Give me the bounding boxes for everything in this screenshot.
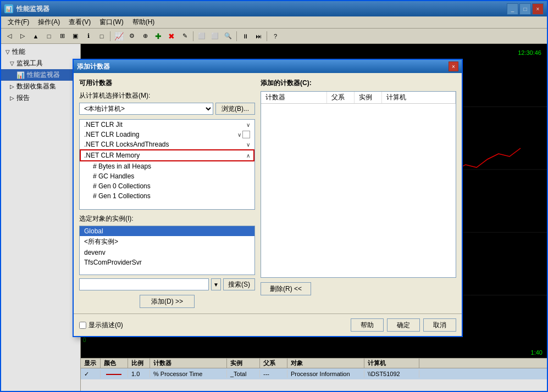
counter-jit-label: .NET CLR Jit [84,121,123,128]
dialog-right-panel: 添加的计数器(C): 计数器 父系 实例 计算机 删除(R) << [261,79,456,308]
counter-item-locks[interactable]: .NET CLR LocksAndThreads ∨ [80,139,254,149]
show-desc-row: 显示描述(0) [79,321,123,330]
dialog-overlay: 添加计数器 × 可用计数器 从计算机选择计数器(M): <本地计算机> 浏览(B… [1,1,547,391]
added-counters-table: 计数器 父系 实例 计算机 [261,91,456,278]
counter-gen1-label: # Gen 1 Collections [93,192,151,200]
show-desc-label: 显示描述(0) [88,321,123,330]
counter-list[interactable]: .NET CLR Jit ∨ .NET CLR Loading ∨ [79,119,255,210]
instance-devenv[interactable]: devenv [80,248,254,257]
delete-button[interactable]: 删除(R) << [261,282,311,295]
counter-locks-arrow: ∨ [246,142,250,148]
counter-item-memory[interactable]: .NET CLR Memory ∧ [80,149,254,161]
counter-jit-arrow: ∨ [246,122,250,128]
delete-btn-row: 删除(R) << [261,282,456,295]
dialog-footer: 显示描述(0) 帮助 确定 取消 [74,313,462,336]
dialog-title: 添加计数器 [77,62,110,71]
computer-select-row: <本地计算机> 浏览(B)... [79,103,255,115]
counter-item-jit[interactable]: .NET CLR Jit ∨ [80,120,254,130]
counter-gc-label: # GC Handles [93,172,134,180]
added-counters-title: 添加的计数器(C): [261,79,456,88]
counter-item-gc-handles[interactable]: # GC Handles [80,171,254,181]
counter-loading-expand-icon [242,131,250,138]
counter-loading-label: .NET CLR Loading [84,131,140,138]
search-input[interactable] [79,278,209,290]
cancel-button[interactable]: 取消 [423,318,456,332]
added-col-counter: 计数器 [261,92,327,103]
dialog-left-panel: 可用计数器 从计算机选择计数器(M): <本地计算机> 浏览(B)... .NE… [79,79,255,308]
instance-global[interactable]: Global [80,226,254,236]
counter-memory-label: .NET CLR Memory [84,152,140,159]
dialog-close-btn[interactable]: × [449,61,458,71]
show-desc-checkbox[interactable] [79,322,86,329]
counter-item-loading[interactable]: .NET CLR Loading ∨ [80,130,254,139]
counter-item-bytes[interactable]: # Bytes in all Heaps [80,161,254,171]
counter-loading-arrow: ∨ [237,132,241,138]
counter-gen0-label: # Gen 0 Collections [93,182,151,190]
select-from-label: 从计算机选择计数器(M): [79,91,255,100]
help-button[interactable]: 帮助 [351,318,384,332]
add-btn-row: 添加(D) >> [79,295,255,308]
added-col-computer: 计算机 [382,92,456,103]
instance-list[interactable]: Global <所有实例> devenv TfsComProviderSvr [79,226,255,275]
counter-item-gen0[interactable]: # Gen 0 Collections [80,181,254,191]
dialog-content: 可用计数器 从计算机选择计数器(M): <本地计算机> 浏览(B)... .NE… [74,73,462,313]
add-button[interactable]: 添加(D) >> [140,295,195,308]
counter-item-gen1[interactable]: # Gen 1 Collections [80,191,254,201]
footer-buttons: 帮助 确定 取消 [351,318,456,332]
instance-tfs[interactable]: TfsComProviderSvr [80,257,254,267]
main-window: 📊 性能监视器 _ □ × 文件(F) 操作(A) 查看(V) 窗口(W) 帮助… [0,0,548,392]
browse-button[interactable]: 浏览(B)... [215,103,255,115]
available-counters-title: 可用计数器 [79,79,255,88]
search-button[interactable]: 搜索(S) [223,278,255,290]
counter-bytes-label: # Bytes in all Heaps [93,163,151,170]
computer-dropdown[interactable]: <本地计算机> [79,103,213,115]
instance-all[interactable]: <所有实例> [80,236,254,248]
instance-label: 选定对象的实例(I): [79,214,255,223]
add-counter-dialog: 添加计数器 × 可用计数器 从计算机选择计数器(M): <本地计算机> 浏览(B… [73,59,463,337]
dialog-title-bar: 添加计数器 × [74,60,462,73]
ok-button[interactable]: 确定 [387,318,420,332]
added-col-instance: 实例 [355,92,382,103]
counter-locks-label: .NET CLR LocksAndThreads [84,141,169,148]
counter-memory-arrow: ∧ [246,153,250,159]
added-table-header: 计数器 父系 实例 计算机 [261,92,456,104]
search-dropdown-arrow[interactable]: ▼ [211,278,221,290]
added-col-parent: 父系 [327,92,355,103]
search-row: ▼ 搜索(S) [79,278,255,290]
